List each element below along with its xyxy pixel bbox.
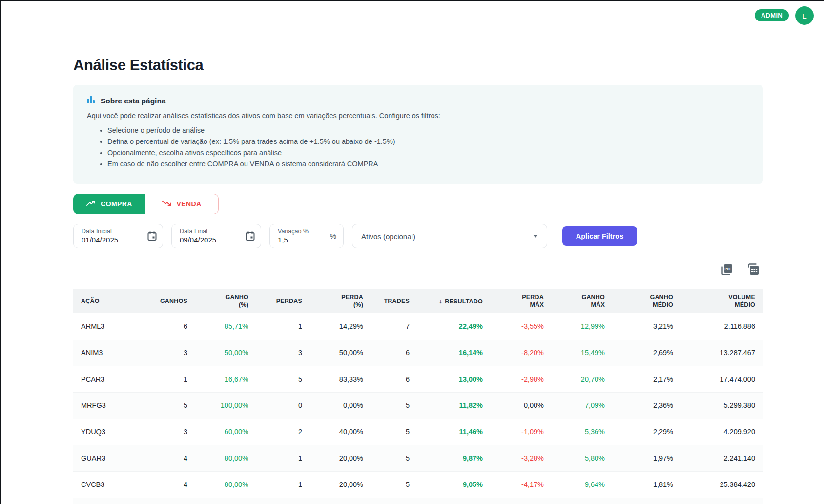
compra-label: COMPRA <box>101 200 132 208</box>
filters-row: Data Inicial 01/04/2025 Data Final 09/04… <box>73 224 763 248</box>
about-bullet: Defina o percentual de variação (ex: 1.5… <box>107 138 749 145</box>
cell-perdas: 3 <box>256 340 310 366</box>
table-row[interactable]: PCAR3116,67%583,33%613,00%-2,98%20,70%2,… <box>73 366 763 392</box>
cell-perda_max: -3,55% <box>491 313 552 340</box>
cell-ganhos: 4 <box>137 498 195 504</box>
cell-trades: 5 <box>371 445 417 471</box>
assets-placeholder: Ativos (opcional) <box>361 232 415 241</box>
cell-trades: 5 <box>371 498 417 504</box>
about-bullet: Opcionalmente, escolha ativos específico… <box>107 149 749 157</box>
cell-perda_pct: 83,33% <box>310 366 371 392</box>
cell-acao: YDUQ3 <box>73 419 137 445</box>
venda-button[interactable]: VENDA <box>145 194 219 214</box>
table-row[interactable]: CVCB3480,00%120,00%59,05%-4,17%9,64%1,81… <box>73 471 763 498</box>
page-title: Análise Estatística <box>73 57 763 74</box>
cell-perda_max: -3,28% <box>491 445 552 471</box>
export-toolbar: PDF <box>73 263 763 277</box>
column-header-volume_medio[interactable]: VOLUMEMÉDIO <box>681 289 763 313</box>
cell-perdas: 1 <box>256 445 310 471</box>
cell-perda_pct: 14,29% <box>310 313 371 340</box>
cell-trades: 7 <box>371 313 417 340</box>
table-body: ARML3685,71%114,29%722,49%-3,55%12,99%3,… <box>73 313 763 504</box>
column-header-ganho_max[interactable]: GANHOMÁX <box>552 289 613 313</box>
cell-acao: RAPT4 <box>73 498 137 504</box>
cell-perda_max: -0,38% <box>491 498 552 504</box>
cell-perda_pct: 40,00% <box>310 419 371 445</box>
end-date-field[interactable]: Data Final 09/04/2025 <box>171 224 261 248</box>
table-row[interactable]: ARML3685,71%114,29%722,49%-3,55%12,99%3,… <box>73 313 763 340</box>
cell-ganho_pct: 100,00% <box>195 392 256 419</box>
variation-field[interactable]: Variação % 1,5 % <box>269 224 344 248</box>
cell-volume_medio: 3.869.720 <box>681 498 763 504</box>
cell-ganhos: 4 <box>137 445 195 471</box>
cell-ganho_medio: 1,73% <box>613 498 681 504</box>
cell-ganhos: 1 <box>137 366 195 392</box>
assets-select[interactable]: Ativos (opcional) <box>352 224 547 248</box>
sort-descending-arrow: ↓ <box>439 297 442 305</box>
about-bullet: Selecione o período de análise <box>107 126 749 134</box>
table-row[interactable]: ANIM3350,00%350,00%616,14%-8,20%15,49%2,… <box>73 340 763 366</box>
column-header-ganho_medio[interactable]: GANHOMÉDIO <box>613 289 681 313</box>
start-date-value: 01/04/2025 <box>82 236 156 244</box>
cell-perda_max: -8,20% <box>491 340 552 366</box>
column-header-trades[interactable]: TRADES <box>371 289 417 313</box>
export-spreadsheet-button[interactable] <box>746 263 760 277</box>
cell-perdas: 0 <box>256 392 310 419</box>
table-row[interactable]: MRFG35100,00%00,00%511,82%0,00%7,09%2,36… <box>73 392 763 419</box>
apply-filters-button[interactable]: Aplicar Filtros <box>562 226 637 246</box>
venda-label: VENDA <box>176 200 201 208</box>
export-spreadsheet-icon <box>746 271 760 278</box>
column-header-resultado[interactable]: ↓RESULTADO <box>417 289 491 313</box>
cell-resultado: 9,87% <box>417 445 491 471</box>
window-border-top <box>0 0 824 1</box>
cell-acao: PCAR3 <box>73 366 137 392</box>
calendar-icon[interactable] <box>246 231 255 243</box>
end-date-value: 09/04/2025 <box>180 236 254 244</box>
cell-perda_pct: 20,00% <box>310 471 371 498</box>
cell-ganho_pct: 50,00% <box>195 340 256 366</box>
cell-volume_medio: 5.299.380 <box>681 392 763 419</box>
table-row[interactable]: YDUQ3360,00%240,00%511,46%-1,09%5,36%2,2… <box>73 419 763 445</box>
export-pdf-button[interactable]: PDF <box>720 263 734 277</box>
column-header-ganhos[interactable]: GANHOS <box>137 289 195 313</box>
about-intro: Aqui você pode realizar análises estatís… <box>87 112 749 120</box>
cell-volume_medio: 2.241.140 <box>681 445 763 471</box>
cell-ganho_pct: 85,71% <box>195 313 256 340</box>
cell-ganho_pct: 80,00% <box>195 445 256 471</box>
cell-resultado: 13,00% <box>417 366 491 392</box>
cell-ganho_max: 9,64% <box>552 471 613 498</box>
calendar-icon[interactable] <box>147 231 157 243</box>
chevron-down-icon <box>533 235 538 238</box>
cell-ganhos: 6 <box>137 313 195 340</box>
cell-ganhos: 3 <box>137 340 195 366</box>
cell-acao: ARML3 <box>73 313 137 340</box>
compra-button[interactable]: COMPRA <box>73 194 145 214</box>
column-header-perda_pct[interactable]: PERDA(%) <box>310 289 371 313</box>
variation-label: Variação % <box>278 228 336 235</box>
cell-perda_pct: 0,00% <box>310 392 371 419</box>
cell-ganho_medio: 1,81% <box>613 471 681 498</box>
column-header-perdas[interactable]: PERDAS <box>256 289 310 313</box>
cell-resultado: 11,46% <box>417 419 491 445</box>
about-title: Sobre esta página <box>101 97 166 105</box>
table-row[interactable]: RAPT4480,00%120,00%58,63%-0,38%4,33%1,73… <box>73 498 763 504</box>
cell-perda_max: -1,09% <box>491 419 552 445</box>
cell-ganhos: 5 <box>137 392 195 419</box>
cell-ganho_max: 4,33% <box>552 498 613 504</box>
top-bar: ADMIN L <box>0 0 824 34</box>
cell-resultado: 9,05% <box>417 471 491 498</box>
cell-trades: 6 <box>371 366 417 392</box>
column-header-ganho_pct[interactable]: GANHO(%) <box>195 289 256 313</box>
about-bullet: Em caso de não escolher entre COMPRA ou … <box>107 160 749 168</box>
cell-trades: 6 <box>371 340 417 366</box>
end-date-label: Data Final <box>180 228 254 235</box>
about-panel: Sobre esta página Aqui você pode realiza… <box>73 85 763 184</box>
cell-volume_medio: 13.287.467 <box>681 340 763 366</box>
table-row[interactable]: GUAR3480,00%120,00%59,87%-3,28%5,80%1,97… <box>73 445 763 471</box>
start-date-field[interactable]: Data Inicial 01/04/2025 <box>73 224 163 248</box>
column-header-acao[interactable]: AÇÃO <box>73 289 137 313</box>
user-avatar[interactable]: L <box>795 6 814 25</box>
cell-perda_max: 0,00% <box>491 392 552 419</box>
column-header-perda_max[interactable]: PERDAMÁX <box>491 289 552 313</box>
cell-perdas: 5 <box>256 366 310 392</box>
